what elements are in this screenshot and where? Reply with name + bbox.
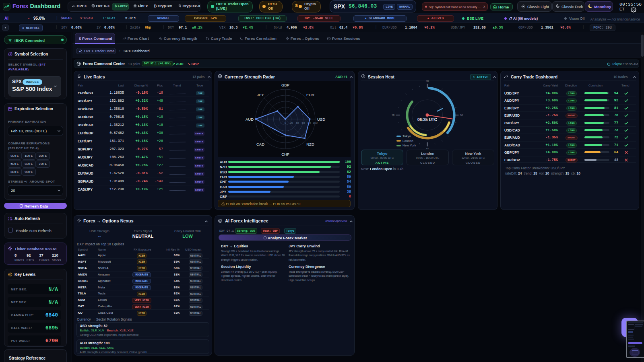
svg-text:100: 100 [313,121,318,124]
svg-text:JPY: JPY [257,93,264,97]
svg-text:06: 06 [460,114,463,117]
svg-text:NZD: NZD [306,142,314,146]
svg-text:18: 18 [392,114,395,117]
svg-text:AUD: AUD [246,117,254,121]
svg-text:EUR: EUR [306,93,314,97]
svg-text:CAD: CAD [256,142,264,146]
svg-text:00: 00 [426,80,429,82]
svg-text:USD: USD [317,117,325,121]
svg-text:CHF: CHF [281,152,289,156]
svg-text:GBP: GBP [281,83,289,87]
svg-text:12: 12 [426,148,429,149]
